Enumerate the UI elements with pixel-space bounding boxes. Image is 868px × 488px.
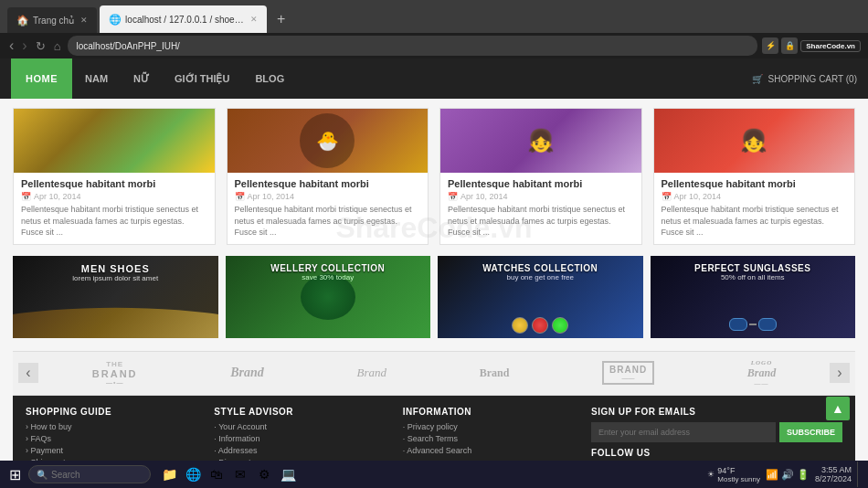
calendar-icon-1: 📅 (21, 192, 31, 201)
ext2[interactable]: 🔒 (781, 37, 798, 54)
nav-gioi-thieu[interactable]: GIỚI THIỆU (162, 58, 242, 99)
brand-logo-6: LOGOBrand—— (747, 359, 776, 387)
main-scroll: Pellentesque habitant morbi 📅 Apr 10, 20… (0, 99, 868, 461)
taskbar-app1[interactable]: ⚙ (253, 463, 275, 485)
brand-logo-2: Brand (230, 366, 264, 380)
address-bar: ‹ › ↻ ⌂ localhost/DoAnPHP_IUH/ ⚡ 🔒 Share… (0, 33, 868, 58)
footer-link-addresses[interactable]: · Addresses (214, 446, 393, 455)
calendar-icon-4: 📅 (662, 192, 672, 201)
banner-shoes-subtitle: lorem ipsum dolor sit amet (72, 274, 158, 282)
back-button[interactable]: ‹ (7, 37, 16, 54)
forward-button[interactable]: › (20, 37, 28, 54)
footer-link-information[interactable]: · Information (214, 434, 393, 443)
banner-watches-title: WATCHES COLLECTION (482, 263, 598, 273)
footer-link-search-terms[interactable]: · Search Terms (403, 434, 582, 443)
banner-shoes-title: MEN SHOES (81, 263, 150, 274)
url-display[interactable]: localhost/DoAnPHP_IUH/ (77, 41, 749, 51)
blog-grid: Pellentesque habitant morbi 📅 Apr 10, 20… (13, 108, 855, 245)
home-button[interactable]: ⌂ (52, 39, 63, 53)
weather-icon: ☀ (707, 470, 715, 479)
blog-card-2: 🐣 Pellentesque habitant morbi 📅 Apr 10, … (227, 108, 429, 245)
blog-card-2-meta: 📅 Apr 10, 2014 (235, 192, 421, 201)
blog-card-1-meta: 📅 Apr 10, 2014 (21, 192, 207, 201)
start-button[interactable]: ⊞ (5, 466, 25, 483)
clock[interactable]: 3:55 AM 8/27/2024 (815, 465, 852, 483)
nav-nam[interactable]: NAM (72, 58, 121, 99)
battery-icon[interactable]: 🔋 (797, 469, 810, 481)
site-header: HOME NAM NỮ GIỚI THIỆU BLOG 🛒 SHOPPING C… (0, 58, 868, 99)
footer-link-faqs[interactable]: › FAQs (26, 434, 205, 443)
taskbar-search-input[interactable] (51, 470, 143, 480)
sharecode-logo: ShareCode.vn (800, 40, 861, 52)
blog-card-1-title: Pellentesque habitant morbi (21, 178, 207, 189)
cart-button[interactable]: 🛒 SHOPPING CART (0) (752, 74, 857, 84)
taskbar-right: ☀ 94°F Mostly sunny 📶 🔊 🔋 3:55 AM 8/27/2… (707, 461, 863, 487)
browser-extensions: ⚡ 🔒 ShareCode.vn (762, 37, 861, 54)
clock-time: 3:55 AM (815, 465, 852, 474)
blog-card-1-text: Pellentesque habitant morbi tristique se… (21, 204, 207, 239)
brand-next-button[interactable]: › (830, 363, 850, 383)
tab2-close[interactable]: ✕ (250, 15, 258, 24)
blog-card-1-date: Apr 10, 2014 (34, 192, 81, 201)
new-tab-button[interactable]: + (270, 11, 292, 33)
footer-link-account[interactable]: · Your Account (214, 422, 393, 431)
banner-watches[interactable]: WATCHES COLLECTION buy one get one free (438, 256, 643, 338)
refresh-button[interactable]: ↻ (34, 39, 48, 53)
footer-link-payment[interactable]: › Payment (26, 446, 205, 455)
banner-shoes[interactable]: MEN SHOES lorem ipsum dolor sit amet (13, 256, 218, 338)
tab1-favicon: 🏠 (16, 15, 29, 27)
subscribe-button[interactable]: SUBSCRIBE (779, 422, 842, 442)
taskbar-chrome[interactable]: 🌐 (182, 463, 204, 485)
blog-card-1: Pellentesque habitant morbi 📅 Apr 10, 20… (13, 108, 216, 245)
footer-shopping-guide: SHOPPING GUIDE › How to buy › FAQs › Pay… (26, 407, 205, 461)
blog-card-4-meta: 📅 Apr 10, 2014 (662, 192, 848, 201)
taskbar-file-explorer[interactable]: 📁 (158, 463, 180, 485)
calendar-icon-3: 📅 (448, 192, 458, 201)
brand-prev-button[interactable]: ‹ (18, 363, 38, 383)
back-to-top-button[interactable]: ▲ (826, 397, 850, 420)
footer-link-advanced-search[interactable]: · Advanced Search (403, 446, 582, 455)
footer-link-how-to-buy[interactable]: › How to buy (26, 422, 205, 431)
taskbar-mail[interactable]: ✉ (229, 463, 251, 485)
cart-label: SHOPPING CART (0) (768, 74, 857, 84)
weather-widget: ☀ 94°F Mostly sunny (707, 466, 760, 483)
brand-logo-5: BRAND—— (602, 361, 654, 385)
nav-home[interactable]: HOME (11, 58, 72, 99)
footer-link-privacy[interactable]: · Privacy policy (403, 422, 582, 431)
footer-style-advisor: STYLE ADVISOR · Your Account · Informati… (214, 407, 393, 461)
banner-sunglasses-title: PERFECT SUNGLASSES (694, 263, 810, 273)
footer-link-discount[interactable]: · Discount (214, 458, 393, 461)
blog-card-4-text: Pellentesque habitant morbi tristique se… (662, 204, 848, 239)
tab1-close[interactable]: ✕ (80, 16, 88, 25)
website-content: HOME NAM NỮ GIỚI THIỆU BLOG 🛒 SHOPPING C… (0, 58, 868, 461)
search-icon: 🔍 (37, 470, 48, 480)
taskbar-app2[interactable]: 💻 (277, 463, 299, 485)
footer-link-shipment[interactable]: › Shipment (26, 458, 205, 461)
taskbar-store[interactable]: 🛍 (206, 463, 228, 485)
network-icon[interactable]: 📶 (766, 469, 778, 481)
calendar-icon-2: 📅 (235, 192, 245, 201)
tab1-label: Trang chủ (33, 16, 74, 26)
browser-tab-inactive[interactable]: 🏠 Trang chủ ✕ (7, 7, 97, 33)
banner-jewel[interactable]: WELLERY COLLECTION save 30% today (226, 256, 431, 338)
nav-nu[interactable]: NỮ (121, 58, 162, 99)
email-input[interactable] (591, 422, 776, 442)
blog-card-4-image: 👧 (654, 109, 855, 173)
banner-sunglasses-subtitle: 50% off on all items (721, 273, 785, 281)
sound-icon[interactable]: 🔊 (781, 469, 794, 481)
weather-desc: Mostly sunny (717, 475, 760, 483)
nav-blog[interactable]: BLOG (242, 58, 297, 99)
footer-col-4-title: SIGN UP FOR EMAILS (591, 407, 842, 417)
blog-card-3-title: Pellentesque habitant morbi (448, 178, 634, 189)
footer-col-1-title: SHOPPING GUIDE (26, 407, 205, 417)
banner-jewel-title: WELLERY COLLECTION (270, 263, 385, 273)
blog-card-3-image: 👧 (440, 109, 641, 173)
ext1[interactable]: ⚡ (762, 37, 778, 54)
browser-tab-bar: 🏠 Trang chủ ✕ 🌐 localhost / 127.0.0.1 / … (0, 0, 868, 33)
banner-grid: MEN SHOES lorem ipsum dolor sit amet WEL… (13, 256, 855, 338)
banner-watches-subtitle: buy one get one free (507, 273, 574, 281)
tab2-label: localhost / 127.0.0.1 / shoesbas... (125, 15, 244, 25)
show-desktop-button[interactable] (857, 461, 863, 487)
browser-tab-active[interactable]: 🌐 localhost / 127.0.0.1 / shoesbas... ✕ (100, 5, 267, 33)
banner-sunglasses[interactable]: PERFECT SUNGLASSES 50% off on all items (651, 256, 856, 338)
